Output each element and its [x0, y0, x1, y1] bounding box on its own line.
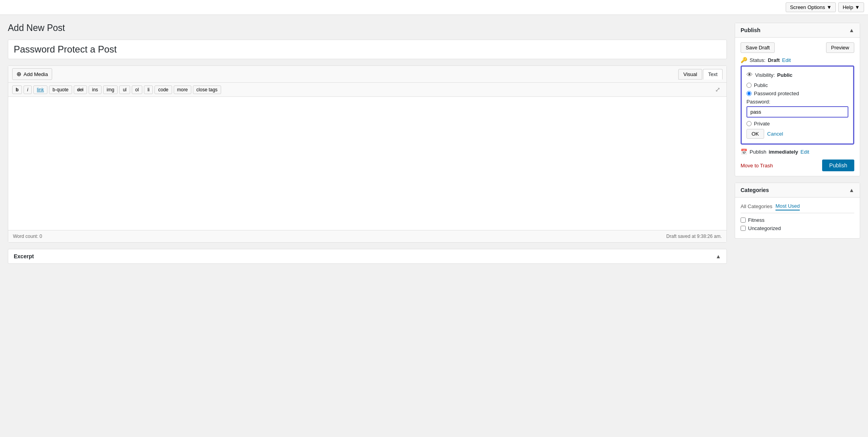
tab-text[interactable]: Text [703, 69, 723, 80]
fmt-italic[interactable]: i [24, 85, 32, 94]
draft-preview-row: Save Draft Preview [741, 42, 854, 53]
password-label: Password: [746, 99, 848, 105]
page-title: Add New Post [8, 23, 727, 33]
label-password: Password protected [754, 91, 799, 96]
publish-box-title: Publish [741, 27, 761, 33]
publish-schedule-label: Publish [750, 149, 766, 155]
editor-area: ⊕ Add Media Visual Text b i link [8, 65, 727, 243]
visibility-popup: 👁 Visibility: Public Public Password pro… [741, 65, 854, 145]
save-draft-button[interactable]: Save Draft [741, 42, 775, 53]
fmt-bold[interactable]: b [12, 85, 22, 94]
add-media-label: Add Media [24, 71, 48, 77]
ok-button[interactable]: OK [746, 129, 764, 139]
visual-text-tabs: Visual Text [678, 69, 723, 80]
publish-box: Publish ▲ Save Draft Preview 🔑 Status: [735, 23, 860, 176]
visibility-option-password: Password protected [746, 91, 848, 96]
add-media-icon: ⊕ [16, 71, 22, 78]
fmt-code[interactable]: code [154, 85, 172, 94]
publish-collapse-arrow[interactable]: ▲ [849, 27, 854, 33]
key-icon: 🔑 [741, 57, 747, 63]
publish-schedule-edit-link[interactable]: Edit [801, 149, 809, 155]
fmt-img[interactable]: img [103, 85, 118, 94]
category-item-uncategorized: Uncategorized [741, 225, 854, 231]
fmt-ul[interactable]: ul [119, 85, 130, 94]
label-uncategorized: Uncategorized [748, 225, 781, 231]
editor-footer: Word count: 0 Draft saved at 9:38:26 am. [8, 230, 726, 242]
publish-button[interactable]: Publish [822, 160, 854, 171]
visibility-value: Public [777, 72, 792, 78]
post-title-input[interactable] [8, 40, 727, 59]
tab-all-categories[interactable]: All Categories [741, 202, 772, 210]
preview-button[interactable]: Preview [826, 42, 854, 53]
move-to-trash-link[interactable]: Move to Trash [741, 163, 773, 169]
help-button[interactable]: Help ▼ [838, 2, 864, 12]
publish-box-header: Publish ▲ [735, 23, 860, 38]
fullscreen-button[interactable]: ⤢ [713, 85, 723, 94]
main-content: Add New Post ⊕ Add Media Visual Text [8, 23, 727, 264]
help-arrow: ▼ [855, 4, 860, 10]
status-value: Draft [768, 57, 779, 63]
fmt-del[interactable]: del [74, 85, 87, 94]
label-fitness: Fitness [748, 217, 764, 223]
status-row: 🔑 Status: Draft Edit [741, 57, 854, 63]
fmt-ol[interactable]: ol [132, 85, 142, 94]
publish-actions: Move to Trash Publish [741, 160, 854, 171]
screen-options-label: Screen Options [790, 4, 825, 10]
categories-box-header: Categories ▲ [735, 183, 860, 198]
immediately-label: immediately [769, 149, 798, 155]
visibility-option-private: Private [746, 121, 848, 127]
label-private: Private [754, 121, 770, 127]
status-label: Status: [750, 57, 765, 63]
help-label: Help [843, 4, 853, 10]
top-bar: Screen Options ▼ Help ▼ [0, 0, 868, 15]
password-input[interactable] [746, 106, 848, 118]
radio-public[interactable] [746, 83, 752, 88]
editor-content[interactable] [8, 97, 726, 230]
excerpt-header[interactable]: Excerpt ▲ [8, 249, 726, 263]
fmt-li[interactable]: li [144, 85, 153, 94]
categories-box-body: All Categories Most Used Fitness Uncateg… [735, 198, 860, 238]
fmt-bquote[interactable]: b-quote [49, 85, 72, 94]
excerpt-section: Excerpt ▲ [8, 249, 727, 264]
fmt-ins[interactable]: ins [89, 85, 102, 94]
word-count: Word count: 0 [13, 234, 42, 239]
screen-options-button[interactable]: Screen Options ▼ [786, 2, 836, 12]
add-media-button[interactable]: ⊕ Add Media [12, 68, 52, 80]
checkbox-fitness[interactable] [741, 218, 746, 223]
cancel-button[interactable]: Cancel [767, 131, 783, 137]
radio-password[interactable] [746, 91, 752, 96]
fmt-more[interactable]: more [174, 85, 191, 94]
categories-box: Categories ▲ All Categories Most Used Fi… [735, 183, 860, 239]
excerpt-collapse-arrow[interactable]: ▲ [715, 253, 721, 259]
checkbox-uncategorized[interactable] [741, 226, 746, 231]
tab-visual[interactable]: Visual [678, 69, 702, 80]
excerpt-title: Excerpt [14, 253, 34, 259]
sidebar: Publish ▲ Save Draft Preview 🔑 Status: [735, 23, 860, 264]
screen-options-arrow: ▼ [827, 4, 832, 10]
visibility-label: Visibility: [755, 72, 775, 78]
fmt-close-tags[interactable]: close tags [193, 85, 221, 94]
categories-collapse-arrow[interactable]: ▲ [849, 187, 854, 193]
page-wrapper: Add New Post ⊕ Add Media Visual Text [0, 15, 868, 272]
password-section: Password: [746, 99, 848, 121]
publish-schedule-row: 📅 Publish immediately Edit [741, 149, 854, 155]
status-edit-link[interactable]: Edit [782, 57, 791, 63]
draft-saved: Draft saved at 9:38:26 am. [666, 234, 722, 239]
categories-tabs: All Categories Most Used [741, 202, 854, 213]
categories-title: Categories [741, 187, 769, 193]
radio-private[interactable] [746, 121, 752, 126]
tab-most-used[interactable]: Most Used [775, 202, 800, 210]
visibility-option-public: Public [746, 82, 848, 88]
ok-cancel-row: OK Cancel [746, 129, 848, 139]
format-buttons-group: b i link b-quote del ins img ul ol li co… [12, 85, 221, 94]
editor-formatting-bar: b i link b-quote del ins img ul ol li co… [8, 83, 726, 97]
visibility-header: 👁 Visibility: Public [746, 71, 848, 78]
calendar-icon: 📅 [741, 149, 747, 155]
label-public: Public [754, 82, 768, 88]
category-item-fitness: Fitness [741, 217, 854, 223]
editor-toolbar-top: ⊕ Add Media Visual Text [8, 66, 726, 83]
fmt-link[interactable]: link [33, 85, 47, 94]
publish-box-body: Save Draft Preview 🔑 Status: Draft Edit [735, 38, 860, 176]
eye-icon: 👁 [746, 71, 753, 78]
